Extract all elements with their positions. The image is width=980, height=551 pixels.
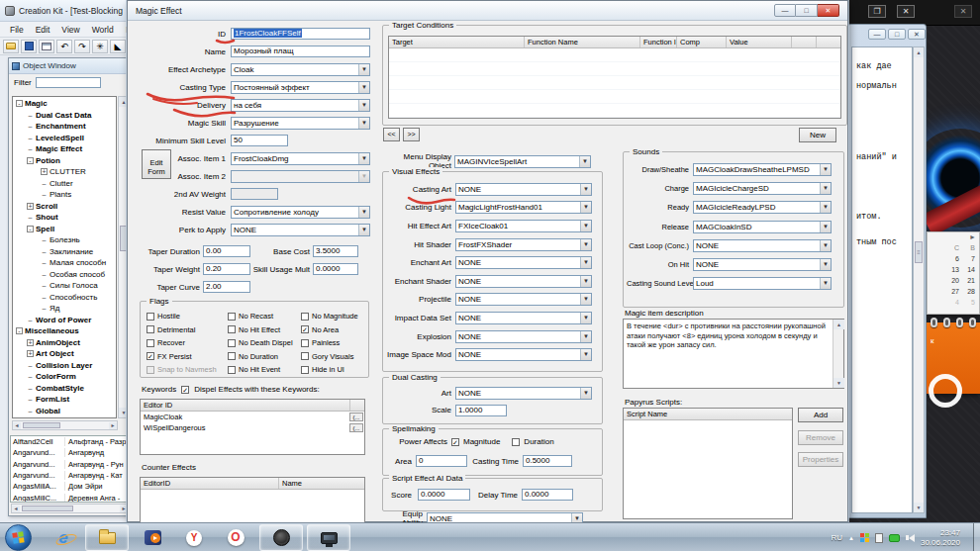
- tree-expand-icon[interactable]: –: [41, 248, 48, 255]
- taper-duration-input[interactable]: 0.00: [203, 245, 250, 257]
- tray-green-icon[interactable]: [889, 534, 900, 542]
- checkbox-icon[interactable]: [228, 352, 236, 360]
- tree-expand-icon[interactable]: –: [27, 135, 34, 141]
- flag-checkbox[interactable]: No Magnitude: [301, 310, 358, 323]
- tree-item[interactable]: – Enchantment: [13, 121, 116, 133]
- checkbox-icon[interactable]: [228, 339, 236, 347]
- checkbox-icon[interactable]: [301, 325, 309, 333]
- tree-item[interactable]: – Plants: [13, 189, 116, 201]
- tree-item[interactable]: + CLUTTER: [13, 166, 116, 178]
- conditions-column-header[interactable]: Value: [727, 37, 792, 47]
- checkbox-icon[interactable]: [301, 352, 309, 360]
- scroll-down-icon[interactable]: ▼: [833, 378, 844, 388]
- tree-item[interactable]: – FormList: [13, 394, 116, 406]
- tree-item[interactable]: – Болезнь: [13, 234, 116, 246]
- tree-item[interactable]: - Magic: [13, 98, 116, 110]
- scroll-up-icon[interactable]: ▲: [914, 47, 924, 57]
- tree-expand-icon[interactable]: –: [41, 271, 48, 278]
- scroll-up-icon[interactable]: ▲: [833, 320, 844, 329]
- scroll-left-icon[interactable]: ◄: [13, 422, 21, 429]
- visual-effect-dropdown[interactable]: NONE▼: [455, 275, 592, 288]
- toolbar-button-icon[interactable]: [21, 40, 37, 53]
- flag-checkbox[interactable]: No Hit Effect: [228, 323, 293, 337]
- taskbar-item-opera[interactable]: O: [218, 524, 253, 551]
- visual-effect-dropdown[interactable]: FrostFXShader▼: [455, 238, 592, 251]
- show-desktop-button[interactable]: [973, 523, 980, 551]
- toolbar-button-icon[interactable]: [39, 40, 54, 53]
- tree-item[interactable]: + Scroll: [13, 201, 116, 213]
- conditions-column-header[interactable]: Target: [389, 37, 525, 47]
- text-window-content[interactable]: как дае нормальн наний" и итом. тным пос: [851, 46, 913, 513]
- description-box[interactable]: В течение <dur> с противники на расстоян…: [623, 319, 844, 389]
- conditions-new-button[interactable]: New: [799, 128, 836, 142]
- min-skill-input[interactable]: 50: [231, 135, 288, 146]
- tree-expand-icon[interactable]: –: [27, 145, 34, 152]
- tree-item[interactable]: – Dual Cast Data: [13, 110, 116, 122]
- tree-item[interactable]: - Spell: [13, 224, 116, 235]
- checkbox-icon[interactable]: [147, 352, 154, 360]
- tree-expand-icon[interactable]: –: [27, 396, 34, 403]
- tree-item[interactable]: – Способность: [13, 292, 116, 304]
- object-window-titlebar[interactable]: Object Window: [9, 58, 131, 74]
- checkbox-icon[interactable]: [301, 339, 309, 347]
- tree-expand-icon[interactable]: +: [27, 350, 34, 357]
- flag-checkbox[interactable]: No Area: [301, 323, 358, 337]
- toolbar-button-icon[interactable]: ✳: [92, 40, 108, 53]
- magnitude-checkbox-icon[interactable]: [451, 438, 459, 446]
- checkbox-icon[interactable]: [228, 313, 236, 321]
- tree-item[interactable]: – Особая способ: [13, 269, 116, 281]
- flag-checkbox[interactable]: Detrimental: [147, 323, 217, 337]
- taskbar-item-internet-explorer[interactable]: e: [46, 524, 81, 551]
- tree-item[interactable]: – Global: [13, 406, 116, 417]
- list-item[interactable]: Alftand2Cell Альфтанд - Разр: [11, 436, 129, 447]
- language-indicator[interactable]: RU: [831, 533, 842, 542]
- sound-dropdown[interactable]: MAGIcicleReadyLPSD▼: [693, 201, 832, 214]
- checkbox-icon[interactable]: [301, 313, 309, 321]
- keyword-row[interactable]: MagicCloak (...: [141, 412, 364, 422]
- keyword-more-button[interactable]: (...: [349, 413, 363, 421]
- flag-checkbox[interactable]: No Death Dispel: [228, 336, 293, 350]
- sound-dropdown[interactable]: Loud▼: [693, 277, 832, 290]
- calendar-next-arrow[interactable]: ►: [928, 232, 979, 242]
- score-input[interactable]: 0.0000: [418, 489, 470, 501]
- dispel-checkbox-icon[interactable]: [181, 386, 189, 394]
- tree-expand-icon[interactable]: –: [41, 282, 48, 289]
- conditions-column-header[interactable]: Comp: [677, 37, 727, 47]
- menu-display-object-dropdown[interactable]: MAGINVIceSpellArt▼: [454, 155, 591, 168]
- tree-expand-icon[interactable]: –: [27, 214, 34, 221]
- scroll-left-icon[interactable]: ◄: [12, 505, 20, 512]
- visual-effect-dropdown[interactable]: MagicLightFrostHand01▼: [455, 201, 592, 214]
- tree-expand-icon[interactable]: +: [27, 339, 34, 346]
- keyword-row[interactable]: WISpellDangerous (...: [141, 422, 364, 433]
- flag-checkbox[interactable]: No Recast: [228, 310, 293, 323]
- tree-expand-icon[interactable]: -: [27, 157, 34, 164]
- maximize-icon[interactable]: □: [796, 4, 818, 17]
- tree-expand-icon[interactable]: –: [41, 259, 48, 266]
- checkbox-icon[interactable]: [147, 339, 154, 347]
- tree-item[interactable]: – Magic Effect: [13, 143, 116, 155]
- taskbar-item-display-app[interactable]: [307, 524, 350, 551]
- tree-expand-icon[interactable]: –: [41, 305, 48, 312]
- tree-item[interactable]: - Miscellaneous: [13, 325, 116, 337]
- dark-window2-close-icon[interactable]: ✕: [954, 5, 972, 18]
- tree-expand-icon[interactable]: –: [41, 180, 48, 187]
- casting-type-dropdown[interactable]: Постоянный эффект▼: [231, 81, 370, 94]
- dialog-titlebar[interactable]: Magic Effect: [128, 1, 847, 21]
- dark-window-close-icon[interactable]: ✕: [897, 5, 915, 18]
- conditions-forward-button[interactable]: >>: [403, 128, 420, 141]
- visual-effect-dropdown[interactable]: NONE▼: [455, 312, 592, 324]
- close-icon[interactable]: ✕: [818, 4, 839, 17]
- dark-window-restore-icon[interactable]: ❐: [868, 5, 886, 18]
- hidden-icons-icon[interactable]: ▲: [848, 535, 854, 541]
- tree-item[interactable]: – Яд: [13, 303, 116, 315]
- checkbox-icon[interactable]: [147, 325, 154, 333]
- casting-time-input[interactable]: 0.5000: [523, 455, 572, 467]
- tree-expand-icon[interactable]: -: [27, 226, 34, 232]
- base-cost-input[interactable]: 3.5000: [313, 245, 358, 257]
- toolbar-button-icon[interactable]: ◣: [110, 40, 126, 53]
- taskbar-item-explorer[interactable]: [85, 524, 129, 551]
- tree-expand-icon[interactable]: –: [27, 373, 34, 380]
- duration-checkbox-icon[interactable]: [512, 438, 520, 446]
- flag-checkbox[interactable]: Gory Visuals: [301, 350, 358, 364]
- minimize-icon[interactable]: —: [868, 29, 886, 40]
